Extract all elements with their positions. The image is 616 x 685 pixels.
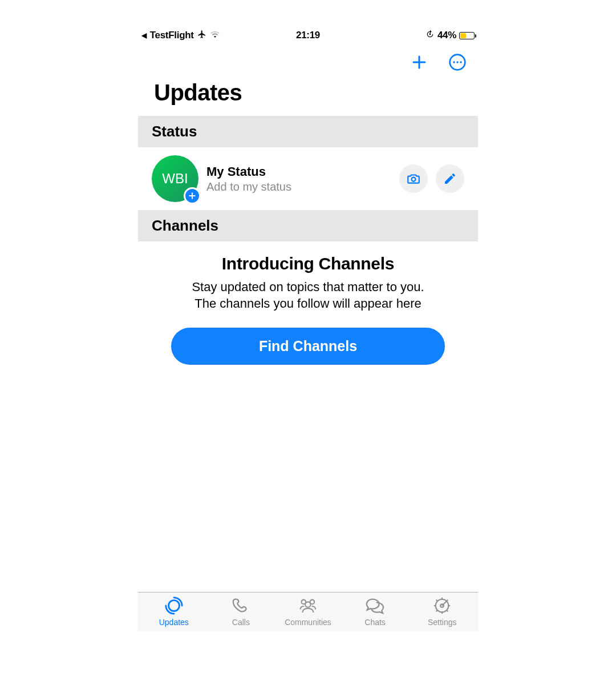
tab-updates[interactable]: Updates [140, 596, 208, 627]
pencil-icon [443, 172, 457, 186]
app-screen: ◀ TestFlight 21:19 44% [138, 27, 478, 631]
tab-label: Calls [232, 618, 250, 627]
more-button[interactable] [448, 53, 467, 71]
tab-bar: Updates Calls Communities Chats [138, 592, 478, 631]
svg-point-2 [453, 61, 455, 63]
status-bar-right: 44% [425, 30, 475, 42]
plus-icon [411, 54, 428, 71]
page-title: Updates [138, 80, 478, 116]
svg-line-18 [436, 610, 438, 612]
tab-communities[interactable]: Communities [274, 596, 342, 627]
plus-icon [188, 192, 196, 200]
find-channels-button[interactable]: Find Channels [171, 328, 445, 365]
gear-icon [432, 596, 452, 615]
svg-point-5 [412, 178, 416, 182]
svg-point-9 [305, 602, 310, 607]
svg-rect-0 [429, 33, 431, 35]
svg-line-16 [436, 600, 438, 602]
channels-section-header: Channels [138, 210, 478, 241]
tab-label: Updates [159, 618, 189, 627]
communities-icon [297, 596, 319, 615]
nav-actions [138, 43, 478, 76]
more-horizontal-icon [448, 53, 467, 71]
chats-icon [364, 596, 386, 615]
status-section-header: Status [138, 116, 478, 147]
svg-point-3 [456, 61, 458, 63]
svg-point-4 [460, 61, 461, 63]
battery-icon [459, 32, 475, 39]
spacer [138, 365, 478, 592]
phone-icon [231, 596, 250, 615]
svg-point-6 [168, 601, 179, 611]
tab-label: Chats [364, 618, 386, 627]
camera-icon [406, 171, 421, 186]
add-status-badge [184, 187, 201, 204]
channels-intro-body: Stay updated on topics that matter to yo… [155, 279, 461, 312]
updates-icon [164, 596, 184, 615]
my-status-row[interactable]: WBI My Status Add to my status [138, 147, 478, 210]
orientation-lock-icon [425, 30, 435, 42]
my-status-title: My Status [206, 164, 391, 179]
svg-line-17 [447, 610, 448, 612]
svg-line-20 [442, 601, 447, 606]
my-status-avatar: WBI [152, 155, 198, 202]
tab-settings[interactable]: Settings [408, 596, 476, 627]
status-text-button[interactable] [436, 164, 464, 193]
tab-calls[interactable]: Calls [208, 596, 275, 627]
status-camera-button[interactable] [399, 164, 428, 193]
compose-button[interactable] [411, 54, 428, 71]
my-status-subtitle: Add to my status [206, 180, 391, 194]
svg-line-19 [447, 600, 448, 602]
ios-status-bar: ◀ TestFlight 21:19 44% [138, 27, 478, 43]
channels-intro: Introducing Channels Stay updated on top… [138, 241, 478, 365]
my-status-text: My Status Add to my status [206, 164, 391, 194]
channels-intro-title: Introducing Channels [155, 254, 461, 273]
battery-percent: 44% [437, 30, 456, 41]
tab-label: Communities [285, 618, 331, 627]
avatar-text: WBI [162, 171, 188, 187]
tab-label: Settings [428, 618, 457, 627]
tab-chats[interactable]: Chats [342, 596, 409, 627]
